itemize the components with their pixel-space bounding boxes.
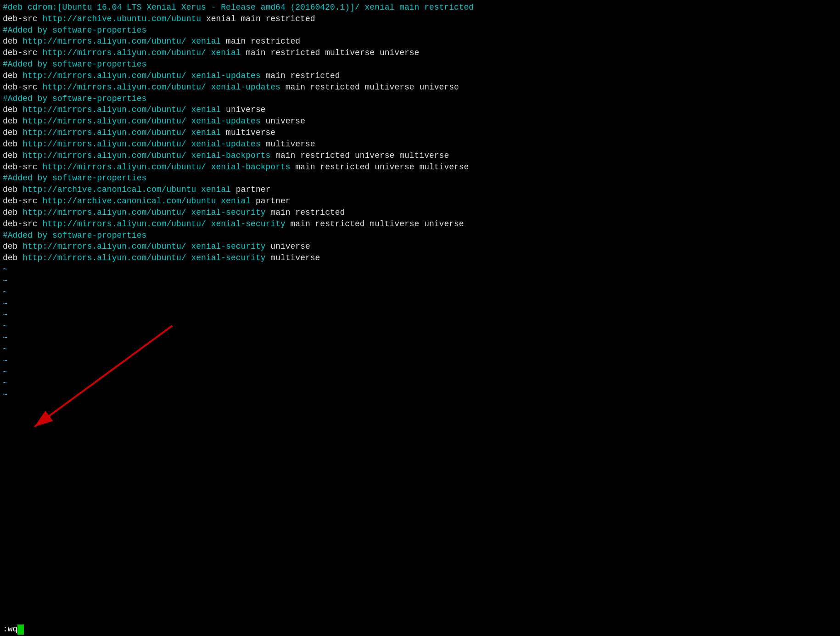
terminal-line: deb-src http://archive.ubuntu.com/ubuntu… xyxy=(3,13,837,25)
tilde-line: ~ xyxy=(3,367,837,378)
vim-command: wq xyxy=(8,624,18,635)
terminal-line: deb-src http://mirrors.aliyun.com/ubuntu… xyxy=(3,218,837,230)
terminal-line: deb-src http://mirrors.aliyun.com/ubuntu… xyxy=(3,162,837,173)
tilde-line: ~ xyxy=(3,298,837,310)
terminal-line: deb http://mirrors.aliyun.com/ubuntu/ xe… xyxy=(3,127,837,139)
terminal-line: deb-src http://mirrors.aliyun.com/ubuntu… xyxy=(3,47,837,59)
terminal-line: deb http://mirrors.aliyun.com/ubuntu/ xe… xyxy=(3,70,837,82)
tilde-line: ~ xyxy=(3,287,837,298)
tilde-line: ~ xyxy=(3,355,837,367)
terminal-line: deb-src http://mirrors.aliyun.com/ubuntu… xyxy=(3,82,837,93)
tilde-line: ~ xyxy=(3,389,837,401)
terminal-line: #Added by software-properties xyxy=(3,230,837,241)
terminal-line: deb http://mirrors.aliyun.com/ubuntu/ xe… xyxy=(3,104,837,116)
terminal-line: deb http://mirrors.aliyun.com/ubuntu/ xe… xyxy=(3,207,837,218)
terminal-line: #deb cdrom:[Ubuntu 16.04 LTS Xenial Xeru… xyxy=(3,2,837,13)
vim-status-bar: :wq xyxy=(0,623,840,636)
terminal-line: deb http://mirrors.aliyun.com/ubuntu/ xe… xyxy=(3,241,837,252)
tilde-line: ~ xyxy=(3,264,837,275)
terminal-line: deb http://mirrors.aliyun.com/ubuntu/ xe… xyxy=(3,150,837,162)
terminal-content: #deb cdrom:[Ubuntu 16.04 LTS Xenial Xeru… xyxy=(0,0,840,402)
terminal-line: #Added by software-properties xyxy=(3,93,837,105)
terminal-line: #Added by software-properties xyxy=(3,59,837,70)
tilde-line: ~ xyxy=(3,321,837,332)
tilde-line: ~ xyxy=(3,378,837,389)
terminal-line: deb http://mirrors.aliyun.com/ubuntu/ xe… xyxy=(3,36,837,47)
terminal-line: deb http://mirrors.aliyun.com/ubuntu/ xe… xyxy=(3,116,837,127)
terminal-line: deb http://archive.canonical.com/ubuntu … xyxy=(3,184,837,195)
vim-cursor xyxy=(17,625,24,635)
terminal-line: deb http://mirrors.aliyun.com/ubuntu/ xe… xyxy=(3,252,837,264)
terminal-line: #Added by software-properties xyxy=(3,173,837,184)
tilde-line: ~ xyxy=(3,275,837,287)
tilde-line: ~ xyxy=(3,309,837,321)
terminal-line: deb http://mirrors.aliyun.com/ubuntu/ xe… xyxy=(3,139,837,150)
vim-command-prefix: : xyxy=(3,624,8,635)
tilde-line: ~ xyxy=(3,344,837,355)
terminal-line: #Added by software-properties xyxy=(3,25,837,36)
tilde-line: ~ xyxy=(3,332,837,344)
terminal-line: deb-src http://archive.canonical.com/ubu… xyxy=(3,195,837,207)
